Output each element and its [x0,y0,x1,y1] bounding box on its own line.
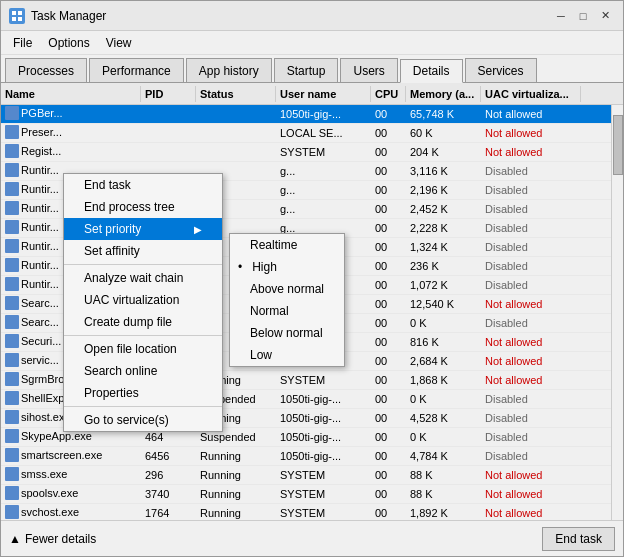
cell-memory: 1,892 K [406,506,481,520]
svg-rect-1 [18,11,22,15]
priority-realtime[interactable]: Realtime [230,234,344,256]
tab-startup[interactable]: Startup [274,58,339,82]
separator-2 [64,335,222,336]
context-set-affinity[interactable]: Set affinity [64,240,222,262]
cell-cpu: 00 [371,107,406,121]
header-uac[interactable]: UAC virtualiza... [481,86,581,102]
cell-cpu: 00 [371,145,406,159]
cell-pid: 1764 [141,506,196,520]
table-row[interactable]: Regist... SYSTEM 00 204 K Not allowed [1,143,623,162]
menu-options[interactable]: Options [40,34,97,52]
cell-user: SYSTEM [276,506,371,520]
cell-memory: 3,116 K [406,164,481,178]
maximize-button[interactable]: □ [573,6,593,26]
table-row[interactable]: spoolsv.exe 3740 Running SYSTEM 00 88 K … [1,485,623,504]
cell-cpu: 00 [371,297,406,311]
cell-name: spoolsv.exe [1,485,141,503]
cell-uac: Not allowed [481,354,581,368]
context-uac-virtualization[interactable]: UAC virtualization [64,289,222,311]
context-analyze-wait-chain[interactable]: Analyze wait chain [64,267,222,289]
table-row[interactable]: Preser... LOCAL SE... 00 60 K Not allowe… [1,124,623,143]
context-end-process-tree[interactable]: End process tree [64,196,222,218]
cell-status: Running [196,506,276,520]
cell-uac: Disabled [481,392,581,406]
scrollbar-thumb[interactable] [613,115,623,175]
tab-app-history[interactable]: App history [186,58,272,82]
cell-memory: 1,324 K [406,240,481,254]
cell-uac: Disabled [481,259,581,273]
fewer-details-button[interactable]: ▲ Fewer details [9,532,96,546]
cell-cpu: 00 [371,449,406,463]
cell-uac: Not allowed [481,373,581,387]
cell-cpu: 00 [371,373,406,387]
priority-below-normal[interactable]: Below normal [230,322,344,344]
cell-cpu: 00 [371,335,406,349]
header-user[interactable]: User name [276,86,371,102]
cell-pid: 3740 [141,487,196,501]
cell-memory: 0 K [406,392,481,406]
tab-services[interactable]: Services [465,58,537,82]
header-pid[interactable]: PID [141,86,196,102]
priority-high[interactable]: High [230,256,344,278]
cell-cpu: 00 [371,468,406,482]
cell-uac: Disabled [481,316,581,330]
close-button[interactable]: ✕ [595,6,615,26]
menu-file[interactable]: File [5,34,40,52]
cell-memory: 2,228 K [406,221,481,235]
cell-uac: Not allowed [481,468,581,482]
tab-users[interactable]: Users [340,58,397,82]
header-memory[interactable]: Memory (a... [406,86,481,102]
tab-details[interactable]: Details [400,59,463,83]
cell-status: Running [196,468,276,482]
header-name[interactable]: Name [1,86,141,102]
menu-view[interactable]: View [98,34,140,52]
table-row[interactable]: smartscreen.exe 6456 Running 1050ti-gig-… [1,447,623,466]
table-row[interactable]: svchost.exe 1764 Running SYSTEM 00 1,892… [1,504,623,520]
cell-uac: Not allowed [481,107,581,121]
cell-memory: 88 K [406,468,481,482]
context-go-to-services[interactable]: Go to service(s) [64,409,222,431]
cell-cpu: 00 [371,487,406,501]
cell-memory: 0 K [406,430,481,444]
table-row[interactable]: smss.exe 296 Running SYSTEM 00 88 K Not … [1,466,623,485]
cell-status: Suspended [196,430,276,444]
context-search-online[interactable]: Search online [64,360,222,382]
cell-user: g... [276,202,371,216]
table-header: Name PID Status User name CPU Memory (a.… [1,83,623,105]
priority-above-normal[interactable]: Above normal [230,278,344,300]
cell-cpu: 00 [371,506,406,520]
tab-processes[interactable]: Processes [5,58,87,82]
separator-1 [64,264,222,265]
context-set-priority[interactable]: Set priority ▶ [64,218,222,240]
cell-uac: Disabled [481,430,581,444]
tab-performance[interactable]: Performance [89,58,184,82]
submenu-arrow: ▶ [194,224,202,235]
window-controls: ─ □ ✕ [551,6,615,26]
header-status[interactable]: Status [196,86,276,102]
cell-uac: Disabled [481,449,581,463]
priority-normal[interactable]: Normal [230,300,344,322]
cell-uac: Not allowed [481,335,581,349]
cell-user: SYSTEM [276,487,371,501]
cell-name: smartscreen.exe [1,447,141,465]
cell-user: 1050ti-gig-... [276,430,371,444]
table-row[interactable]: PGBer... 1050ti-gig-... 00 65,748 K Not … [1,105,623,124]
priority-low[interactable]: Low [230,344,344,366]
context-properties[interactable]: Properties [64,382,222,404]
context-create-dump-file[interactable]: Create dump file [64,311,222,333]
task-manager-window: Task Manager ─ □ ✕ File Options View Pro… [0,0,624,557]
context-open-file-location[interactable]: Open file location [64,338,222,360]
minimize-button[interactable]: ─ [551,6,571,26]
cell-uac: Disabled [481,278,581,292]
cell-cpu: 00 [371,183,406,197]
priority-submenu: Realtime High Above normal Normal Below … [229,233,345,367]
cell-user: 1050ti-gig-... [276,449,371,463]
cell-memory: 1,868 K [406,373,481,387]
tab-bar: Processes Performance App history Startu… [1,55,623,83]
context-end-task[interactable]: End task [64,174,222,196]
scrollbar[interactable] [611,105,623,520]
header-cpu[interactable]: CPU [371,86,406,102]
end-task-button[interactable]: End task [542,527,615,551]
cell-status: Running [196,449,276,463]
svg-rect-3 [18,17,22,21]
